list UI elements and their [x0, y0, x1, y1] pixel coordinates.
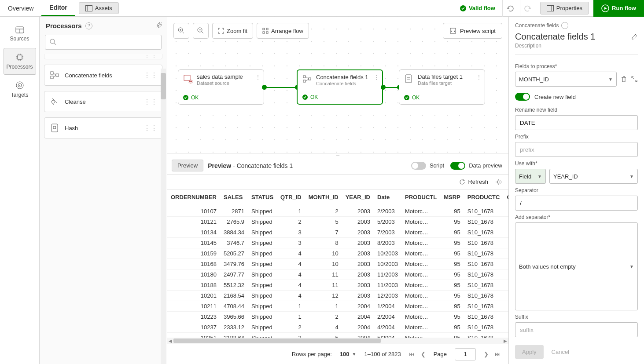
table-row[interactable]: 102233965.66Shipped1220042/2004Motorc…95… — [167, 312, 508, 322]
flow-canvas[interactable]: Zoom fit Arrange flow Preview script — [167, 17, 508, 153]
table-row[interactable]: 101885512.32Shipped411200311/2003Motorc…… — [167, 280, 508, 291]
table-row[interactable]: 101595205.27Shipped410200310/2003Motorc…… — [167, 248, 508, 259]
script-toggle[interactable] — [411, 162, 426, 170]
column-header[interactable]: STATUS — [248, 189, 277, 206]
drag-handle-icon[interactable]: ⋮⋮ — [144, 98, 158, 106]
svg-rect-51 — [405, 75, 412, 83]
column-header[interactable]: PRODUCTC — [464, 189, 504, 206]
preview-script-button[interactable]: Preview script — [443, 23, 502, 39]
column-header[interactable]: PRODUCTL — [401, 189, 440, 206]
horizontal-scrollbar[interactable]: ◀ ▶ — [167, 338, 508, 344]
table-settings-button[interactable] — [495, 178, 502, 186]
first-page-button[interactable]: ⏮ — [409, 351, 415, 357]
table-row[interactable]: 101212765.9Shipped2520035/2003Motorc…95S… — [167, 217, 508, 227]
table-row[interactable]: 101683479.76Shipped410200310/2003Motorc…… — [167, 259, 508, 269]
run-flow-button[interactable]: Run flow — [593, 0, 644, 17]
drag-handle-icon[interactable]: ⋮⋮ — [144, 71, 158, 80]
drag-handle-icon[interactable]: ⋮⋮ — [144, 54, 158, 59]
processor-item[interactable]: ⋮⋮ — [44, 54, 162, 59]
zoom-in-button[interactable] — [173, 23, 189, 39]
redo-button[interactable] — [520, 0, 536, 17]
table-row[interactable]: 101072871Shipped1220032/2003Motorc…95S10… — [167, 206, 508, 217]
check-circle-icon — [302, 94, 308, 100]
table-row[interactable]: 102114708.44Shipped1120041/2004Motorc…95… — [167, 301, 508, 312]
use-with-field-select[interactable]: YEAR_ID ▼ — [549, 169, 638, 184]
help-icon[interactable]: ? — [85, 22, 92, 29]
undo-button[interactable] — [502, 0, 518, 17]
last-page-button[interactable]: ⏭ — [495, 351, 500, 357]
add-separator-select[interactable]: Both values not empty ▼ — [515, 222, 638, 310]
zoom-fit-button[interactable]: Zoom fit — [212, 23, 253, 39]
processor-item-cleanse[interactable]: Cleanse ⋮⋮ — [44, 91, 162, 112]
column-header[interactable]: MONTH_ID — [305, 189, 342, 206]
rail-processors[interactable]: Processors — [4, 48, 36, 75]
data-preview-toggle[interactable] — [450, 162, 465, 170]
play-circle-icon — [601, 4, 609, 12]
table-row[interactable]: 102012168.54Shipped412200312/2003Motorc…… — [167, 291, 508, 301]
node-concatenate[interactable]: Concatenate fields 1 Concatenate fields … — [297, 69, 383, 105]
rail-targets[interactable]: Targets — [4, 76, 36, 102]
column-header[interactable]: MSRP — [440, 189, 464, 206]
processor-item-hash[interactable]: Hash ⋮⋮ — [44, 117, 162, 138]
resize-handle[interactable]: ═ — [167, 153, 508, 157]
node-source[interactable]: sales data sample Dataset source ⋮ OK — [178, 69, 264, 105]
assets-button[interactable]: Assets — [79, 2, 119, 14]
tab-overview[interactable]: Overview — [0, 0, 41, 16]
fields-to-process-select[interactable]: MONTH_ID ▼ — [515, 72, 617, 87]
prev-page-button[interactable]: ❮ — [421, 351, 426, 357]
separator-input[interactable] — [515, 196, 638, 211]
prefix-input[interactable] — [515, 142, 638, 157]
column-header[interactable]: QTR_ID — [277, 189, 305, 206]
zoom-out-button[interactable] — [193, 23, 209, 39]
use-with-mode-select[interactable]: Field ▼ — [515, 169, 546, 184]
table-row[interactable]: 101453746.7Shipped3820038/2003Motorc…95S… — [167, 238, 508, 248]
column-header[interactable]: YEAR_ID — [342, 189, 374, 206]
check-circle-icon — [404, 95, 410, 101]
next-page-button[interactable]: ❯ — [484, 351, 489, 357]
svg-rect-38 — [263, 28, 265, 30]
svg-point-55 — [497, 181, 500, 183]
column-header[interactable]: Date — [374, 189, 401, 206]
info-icon[interactable]: i — [561, 22, 568, 29]
node-target[interactable]: Data files target 1 Data files target ⋮ … — [399, 69, 485, 105]
node-menu-icon[interactable]: ⋮ — [373, 74, 379, 81]
processor-scrollbar[interactable] — [161, 69, 166, 364]
zoom-in-icon — [178, 27, 185, 34]
expand-field-button[interactable] — [631, 76, 638, 83]
preview-chip[interactable]: Preview — [172, 160, 203, 171]
collapse-panel-icon[interactable] — [156, 22, 162, 28]
table-row[interactable]: 102372333.12Shipped2420044/2004Motorc…95… — [167, 322, 508, 333]
processor-search-input[interactable] — [45, 35, 162, 50]
rail-sources[interactable]: Sources — [4, 22, 36, 46]
properties-button[interactable]: Properties — [540, 2, 589, 15]
svg-rect-47 — [303, 76, 305, 78]
create-new-field-toggle[interactable] — [515, 93, 530, 101]
column-header[interactable]: ORDERNUMBER — [167, 189, 220, 206]
config-breadcrumb: Concatenate fields i — [515, 22, 638, 29]
tab-editor[interactable]: Editor — [41, 0, 75, 16]
column-header[interactable]: SALES — [220, 189, 248, 206]
hash-icon — [50, 123, 59, 133]
table-row[interactable]: 101343884.34Shipped3720037/2003Motorc…95… — [167, 227, 508, 238]
page-input[interactable] — [455, 348, 476, 360]
processors-icon — [15, 53, 24, 62]
rename-new-input[interactable] — [515, 115, 638, 130]
table-row[interactable]: 101802497.77Shipped411200311/2003Motorc…… — [167, 269, 508, 280]
drag-handle-icon[interactable]: ⋮⋮ — [144, 124, 158, 132]
refresh-button[interactable]: Refresh — [456, 177, 491, 187]
panel-icon — [547, 5, 554, 11]
suffix-input[interactable] — [515, 322, 638, 337]
processor-item-concatenate[interactable]: Concatenate fields ⋮⋮ — [44, 65, 162, 86]
rows-per-page-select[interactable]: 100 ▼ — [340, 351, 357, 357]
apply-button[interactable]: Apply — [515, 345, 544, 359]
svg-rect-48 — [303, 80, 305, 82]
cancel-button[interactable]: Cancel — [550, 345, 571, 359]
node-menu-icon[interactable]: ⋮ — [255, 73, 261, 80]
preview-table: ORDERNUMBERSALESSTATUSQTR_IDMONTH_IDYEAR… — [167, 189, 508, 343]
remove-field-button[interactable] — [620, 76, 627, 83]
column-header[interactable]: CU — [503, 189, 508, 206]
svg-rect-25 — [56, 74, 59, 76]
arrange-flow-button[interactable]: Arrange flow — [257, 23, 309, 39]
edit-title-button[interactable] — [631, 33, 638, 40]
node-menu-icon[interactable]: ⋮ — [476, 73, 482, 80]
